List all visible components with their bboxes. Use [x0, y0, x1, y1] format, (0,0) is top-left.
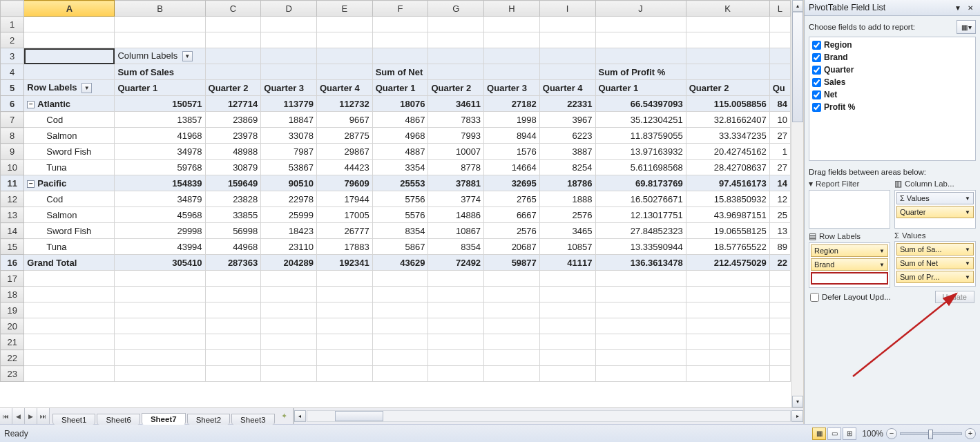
- cell[interactable]: [769, 366, 790, 382]
- data-cell[interactable]: 25999: [261, 207, 317, 223]
- cell[interactable]: [686, 64, 769, 80]
- data-cell[interactable]: 18.57765522: [686, 239, 769, 255]
- data-cell[interactable]: 150571: [115, 96, 205, 112]
- data-cell[interactable]: 13.33590944: [595, 239, 686, 255]
- column-header[interactable]: K: [686, 1, 769, 17]
- row-labels-dropdown[interactable]: ▼: [81, 83, 92, 93]
- data-cell[interactable]: 59877: [484, 255, 540, 271]
- cell[interactable]: [115, 350, 205, 366]
- values-dropzone[interactable]: Sum of Sa...▼Sum of Net▼Sum of Pr...▼: [894, 241, 976, 287]
- cell[interactable]: [261, 318, 317, 334]
- row-header[interactable]: 22: [1, 350, 24, 366]
- cell-A3[interactable]: [24, 48, 115, 64]
- row-header[interactable]: 3: [1, 48, 24, 64]
- data-cell[interactable]: 25553: [372, 175, 428, 191]
- quarter-header[interactable]: Quarter 1: [115, 80, 205, 96]
- data-cell[interactable]: 14664: [484, 160, 540, 175]
- grand-total-label[interactable]: Grand Total: [24, 255, 115, 271]
- row-header[interactable]: 19: [1, 302, 24, 318]
- column-header[interactable]: E: [316, 1, 372, 17]
- data-cell[interactable]: 17883: [316, 239, 372, 255]
- row-labels-dropzone[interactable]: Region▼Brand▼: [809, 242, 890, 288]
- close-icon[interactable]: ✕: [965, 3, 976, 12]
- data-cell[interactable]: 12.13017751: [595, 207, 686, 223]
- cell[interactable]: [205, 48, 261, 64]
- data-cell[interactable]: 3354: [372, 160, 428, 175]
- data-cell[interactable]: 159649: [205, 175, 261, 191]
- cell[interactable]: [595, 48, 686, 64]
- area-pill[interactable]: Σ Values▼: [896, 192, 974, 204]
- data-cell[interactable]: 34978: [115, 144, 205, 160]
- data-cell[interactable]: 5.611698568: [595, 160, 686, 175]
- cell[interactable]: [484, 350, 540, 366]
- data-cell[interactable]: 1576: [484, 144, 540, 160]
- cell[interactable]: [428, 302, 484, 318]
- cell[interactable]: [539, 17, 595, 32]
- data-cell[interactable]: 13: [769, 223, 790, 239]
- chevron-down-icon[interactable]: ▼: [965, 260, 970, 267]
- data-cell[interactable]: 10857: [539, 239, 595, 255]
- cell[interactable]: [428, 17, 484, 32]
- data-cell[interactable]: 22: [769, 255, 790, 271]
- chevron-down-icon[interactable]: ▼: [965, 195, 970, 202]
- data-cell[interactable]: 66.54397093: [595, 96, 686, 112]
- data-cell[interactable]: 25: [769, 207, 790, 223]
- field-checkbox[interactable]: [812, 41, 821, 50]
- chevron-down-icon[interactable]: ▼: [952, 3, 963, 12]
- row-header[interactable]: 23: [1, 366, 24, 382]
- cell[interactable]: [24, 334, 115, 350]
- cell[interactable]: [24, 32, 115, 48]
- cell[interactable]: [24, 350, 115, 366]
- zoom-percent[interactable]: 100%: [862, 429, 883, 439]
- value-group-header[interactable]: Sum of Net: [372, 64, 428, 80]
- data-cell[interactable]: 16.50276671: [595, 191, 686, 207]
- data-cell[interactable]: 32.81662407: [686, 112, 769, 128]
- cell[interactable]: [205, 17, 261, 32]
- cell[interactable]: [428, 48, 484, 64]
- cell[interactable]: [484, 318, 540, 334]
- cell[interactable]: [261, 366, 317, 382]
- data-cell[interactable]: 5756: [372, 191, 428, 207]
- quarter-header[interactable]: Quarter 4: [316, 80, 372, 96]
- cell[interactable]: [484, 64, 540, 80]
- zoom-slider[interactable]: [900, 432, 962, 435]
- cell[interactable]: [372, 366, 428, 382]
- data-cell[interactable]: 23869: [205, 112, 261, 128]
- cell[interactable]: [316, 302, 372, 318]
- row-header[interactable]: 4: [1, 64, 24, 80]
- data-cell[interactable]: 17005: [316, 207, 372, 223]
- cell[interactable]: [686, 17, 769, 32]
- cell[interactable]: [769, 302, 790, 318]
- data-cell[interactable]: 112732: [316, 96, 372, 112]
- value-group-header[interactable]: Sum of Profit %: [595, 64, 686, 80]
- quarter-header[interactable]: Quarter 2: [686, 80, 769, 96]
- data-cell[interactable]: 5576: [372, 207, 428, 223]
- cell[interactable]: [484, 32, 540, 48]
- data-cell[interactable]: 3967: [539, 112, 595, 128]
- column-header[interactable]: G: [428, 1, 484, 17]
- cell[interactable]: [205, 64, 261, 80]
- cell[interactable]: [539, 318, 595, 334]
- data-cell[interactable]: 14886: [428, 207, 484, 223]
- data-cell[interactable]: 22331: [539, 96, 595, 112]
- data-cell[interactable]: 4887: [372, 144, 428, 160]
- zoom-in-button[interactable]: +: [965, 428, 976, 439]
- cell[interactable]: [484, 334, 540, 350]
- cell[interactable]: [261, 287, 317, 302]
- data-cell[interactable]: 154839: [115, 175, 205, 191]
- data-cell[interactable]: 27182: [484, 96, 540, 112]
- data-cell[interactable]: 127714: [205, 96, 261, 112]
- vertical-scrollbar[interactable]: ▴ ▾: [791, 0, 803, 407]
- row-header[interactable]: 9: [1, 144, 24, 160]
- row-header[interactable]: 6: [1, 96, 24, 112]
- data-cell[interactable]: 44968: [205, 239, 261, 255]
- cell[interactable]: [595, 287, 686, 302]
- data-cell[interactable]: 72492: [428, 255, 484, 271]
- cell[interactable]: [686, 287, 769, 302]
- tab-nav-next[interactable]: ▶: [25, 408, 37, 424]
- cell[interactable]: [372, 287, 428, 302]
- cell[interactable]: [769, 64, 790, 80]
- cell[interactable]: [24, 271, 115, 287]
- cell[interactable]: [428, 32, 484, 48]
- cell[interactable]: [595, 302, 686, 318]
